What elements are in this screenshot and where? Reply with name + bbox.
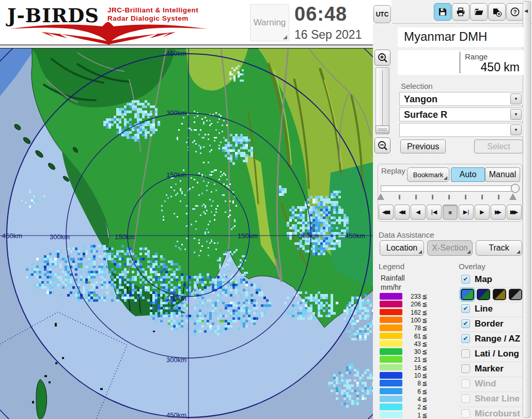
- svg-text:150km: 150km: [238, 232, 258, 240]
- chevron-down-icon[interactable]: ▼: [510, 94, 522, 104]
- xsection-button[interactable]: X-Section: [427, 240, 473, 256]
- svg-text:450km: 450km: [166, 411, 186, 419]
- map-style-blue-green[interactable]: [461, 289, 474, 300]
- step-forward-button[interactable]: ▶|: [459, 205, 474, 220]
- utc-button[interactable]: UTC: [373, 5, 391, 23]
- select-button[interactable]: Select: [474, 139, 523, 153]
- capture-add-icon: [492, 7, 502, 17]
- stop-button[interactable]: ■: [443, 205, 458, 220]
- map-style-black-gray[interactable]: [509, 289, 522, 300]
- legend-comparator: ≦: [422, 301, 427, 308]
- extra-dropdown[interactable]: ▼: [399, 123, 523, 137]
- play-button[interactable]: ▶: [475, 205, 490, 220]
- legend-color-swatch: [380, 372, 402, 379]
- zoom-slider-handle[interactable]: [375, 126, 389, 133]
- open-folder-button[interactable]: [470, 3, 488, 21]
- checkbox-icon[interactable]: ✔: [461, 304, 470, 313]
- legend-color-swatch: [380, 412, 402, 418]
- warning-button[interactable]: Warning: [250, 4, 289, 41]
- replay-slider-track[interactable]: [381, 185, 518, 192]
- overlay-item-label: Marker: [475, 364, 504, 374]
- clock-time: 06:48: [294, 3, 347, 25]
- overlay-item-range-az[interactable]: ✔Range / AZ: [460, 332, 523, 347]
- svg-text:300km: 300km: [166, 109, 186, 117]
- slider-tick: [399, 195, 400, 199]
- fast-rewind-button[interactable]: ◀◀◀: [379, 205, 394, 220]
- legend-row: 8≦: [379, 379, 422, 387]
- legend-row: 4≦: [379, 395, 422, 403]
- svg-text:?: ?: [513, 9, 517, 15]
- help-button[interactable]: ?: [506, 3, 524, 21]
- checkbox-icon[interactable]: ✔: [461, 275, 470, 284]
- collapse-arrow-icon: ◀: [524, 8, 528, 13]
- header-gap: [0, 46, 392, 48]
- checkbox-icon[interactable]: [461, 349, 470, 358]
- legend-comparator: ≦: [422, 317, 427, 324]
- legend-color-swatch: [380, 293, 402, 300]
- legend-comparator: ≦: [422, 293, 427, 300]
- legend-color-swatch: [380, 309, 402, 316]
- previous-button[interactable]: Previous: [400, 139, 446, 153]
- overlay-item-marker[interactable]: Marker: [460, 362, 523, 377]
- location-button[interactable]: Location: [380, 240, 424, 256]
- slider-tick: [465, 195, 466, 199]
- legend-comparator: ≦: [422, 340, 427, 348]
- map-style-black-olive[interactable]: [493, 289, 506, 300]
- open-folder-icon: [474, 7, 484, 17]
- overlay-item-shear-line: Shear Line: [460, 392, 523, 407]
- checkbox-icon[interactable]: ✔: [461, 334, 470, 343]
- legend-label: Legend: [379, 262, 404, 271]
- chevron-down-icon[interactable]: ▼: [510, 109, 522, 120]
- legend-row: 100≦: [379, 316, 422, 324]
- legend-comparator: ≦: [422, 404, 427, 411]
- rewind-button[interactable]: ◀◀: [395, 205, 410, 220]
- fast-forward-button[interactable]: ▶▶: [491, 205, 506, 220]
- legend-comparator: ≦: [422, 309, 427, 316]
- checkbox-icon[interactable]: [461, 364, 470, 373]
- print-button[interactable]: [452, 3, 470, 21]
- overlay-item-border[interactable]: ✔Border: [460, 317, 523, 332]
- overlay-item-map[interactable]: ✔Map: [460, 273, 523, 288]
- radar-map-svg: 450km 300km 150km 150km 300km 450km 450k…: [0, 49, 373, 419]
- legend-unit-line2: mm/hr: [381, 283, 401, 291]
- overlay-item-label: Border: [475, 319, 504, 329]
- map-style-navy-darkgreen[interactable]: [477, 289, 490, 300]
- svg-text:150km: 150km: [166, 294, 186, 302]
- selection-label: Selection: [401, 82, 433, 90]
- svg-text:450km: 450km: [166, 50, 186, 57]
- legend-row: 16≦: [379, 364, 422, 371]
- auto-button[interactable]: Auto: [451, 167, 485, 182]
- range-value: 450 km: [449, 60, 520, 74]
- legend-value: 16: [403, 364, 421, 371]
- site-dropdown[interactable]: Yangon ▼: [399, 92, 523, 106]
- legend-row: 10≦: [379, 371, 422, 379]
- logo-subtitle-1: JRC-Brilliant & Intelligent: [107, 6, 198, 14]
- manual-button[interactable]: Manual: [485, 167, 520, 182]
- overlay-item-lati-long[interactable]: Lati / Long: [460, 347, 523, 362]
- step-back-button[interactable]: |◀: [427, 205, 442, 220]
- legend-color-swatch: [380, 364, 402, 371]
- legend-color-swatch: [380, 333, 402, 339]
- overlay-item-line[interactable]: ✔Line: [460, 302, 523, 317]
- chevron-down-icon[interactable]: ▼: [510, 125, 522, 135]
- bookmark-button[interactable]: Bookmark: [407, 167, 449, 182]
- legend-value: 100: [403, 317, 421, 324]
- fastest-forward-button[interactable]: ▶▶▶: [507, 205, 522, 220]
- eagle-logo-icon: [5, 22, 212, 45]
- help-icon: ?: [510, 7, 520, 17]
- play-reverse-button[interactable]: ◀: [411, 205, 426, 220]
- save-button[interactable]: [434, 3, 451, 21]
- zoom-in-button[interactable]: [374, 50, 390, 66]
- radar-map[interactable]: 450km 300km 150km 150km 300km 450km 450k…: [0, 48, 373, 419]
- legend-value: 2: [403, 404, 421, 411]
- legend-color-swatch: [380, 396, 402, 402]
- svg-text:300km: 300km: [299, 232, 319, 240]
- panel-collapse-strip[interactable]: [523, 1, 531, 418]
- capture-add-button[interactable]: [488, 3, 506, 21]
- checkbox-icon[interactable]: ✔: [461, 319, 470, 328]
- replay-slider-handle[interactable]: [511, 184, 520, 193]
- checkbox-icon: [461, 379, 470, 388]
- zoom-out-button[interactable]: [374, 137, 390, 153]
- track-button[interactable]: Track: [476, 240, 522, 256]
- product-dropdown[interactable]: Surface R ▼: [399, 107, 523, 121]
